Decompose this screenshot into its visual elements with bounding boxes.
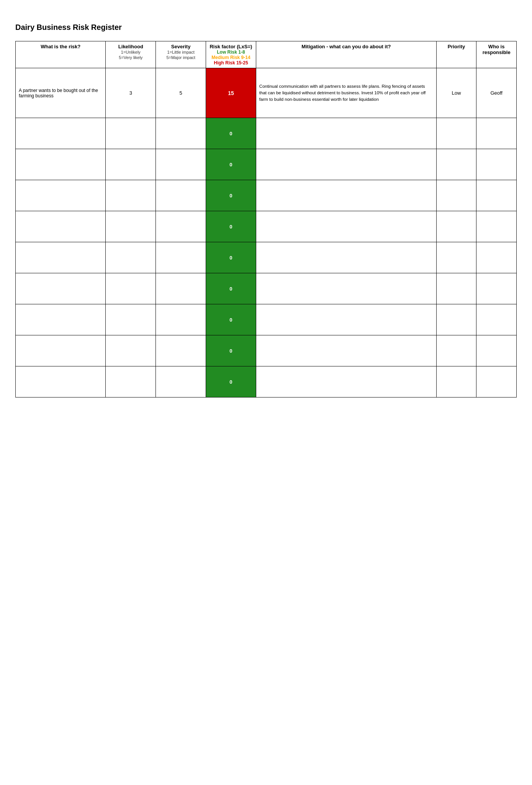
risk-cell <box>16 118 106 149</box>
priority-cell <box>436 273 476 304</box>
likelihood-cell <box>106 242 156 273</box>
likelihood-cell <box>106 335 156 366</box>
risk-cell <box>16 242 106 273</box>
table-body: A partner wants to be bought out of the … <box>16 68 517 397</box>
severity-cell: 5 <box>156 68 206 118</box>
factor-cell: 0 <box>206 242 256 273</box>
likelihood-cell <box>106 366 156 397</box>
severity-cell <box>156 242 206 273</box>
severity-cell <box>156 304 206 335</box>
responsible-cell <box>476 211 517 242</box>
responsible-cell <box>476 273 517 304</box>
low-risk-bar: 0 <box>206 304 256 335</box>
table-row: 0 <box>16 273 517 304</box>
severity-cell <box>156 149 206 180</box>
table-row: A partner wants to be bought out of the … <box>16 68 517 118</box>
header-responsible: Who is responsible <box>476 41 517 68</box>
likelihood-cell <box>106 304 156 335</box>
table-row: 0 <box>16 304 517 335</box>
risk-cell <box>16 304 106 335</box>
risk-cell: A partner wants to be bought out of the … <box>16 68 106 118</box>
priority-cell <box>436 118 476 149</box>
factor-cell: 0 <box>206 118 256 149</box>
risk-cell <box>16 335 106 366</box>
factor-cell: 0 <box>206 273 256 304</box>
table-row: 0 <box>16 180 517 211</box>
risk-cell <box>16 273 106 304</box>
responsible-cell <box>476 242 517 273</box>
header-likelihood: Likelihood 1=Unlikely5=Very likely <box>106 41 156 68</box>
low-risk-bar: 0 <box>206 211 256 242</box>
factor-cell: 0 <box>206 335 256 366</box>
factor-cell: 0 <box>206 149 256 180</box>
table-row: 0 <box>16 149 517 180</box>
severity-cell <box>156 335 206 366</box>
priority-cell <box>436 304 476 335</box>
responsible-cell <box>476 149 517 180</box>
mitigation-cell: Continual communication with all partner… <box>256 68 436 118</box>
likelihood-cell <box>106 211 156 242</box>
likelihood-cell <box>106 118 156 149</box>
priority-cell <box>436 211 476 242</box>
responsible-cell <box>476 304 517 335</box>
table-row: 0 <box>16 211 517 242</box>
mitigation-cell <box>256 335 436 366</box>
priority-cell <box>436 149 476 180</box>
factor-cell: 0 <box>206 211 256 242</box>
mitigation-cell <box>256 242 436 273</box>
low-risk-bar: 0 <box>206 118 256 149</box>
table-row: 0 <box>16 335 517 366</box>
low-risk-bar: 0 <box>206 273 256 304</box>
mitigation-cell <box>256 273 436 304</box>
risk-cell <box>16 180 106 211</box>
risk-cell <box>16 149 106 180</box>
priority-cell: Low <box>436 68 476 118</box>
mitigation-cell <box>256 366 436 397</box>
header-severity: Severity 1=Little impact5=Major impact <box>156 41 206 68</box>
priority-cell <box>436 180 476 211</box>
low-risk-bar: 0 <box>206 366 256 397</box>
severity-cell <box>156 366 206 397</box>
header-risk: What is the risk? <box>16 41 106 68</box>
likelihood-cell <box>106 149 156 180</box>
responsible-cell <box>476 118 517 149</box>
page-title: Dairy Business Risk Register <box>15 23 517 32</box>
mitigation-cell <box>256 180 436 211</box>
severity-cell <box>156 211 206 242</box>
priority-cell <box>436 335 476 366</box>
table-row: 0 <box>16 242 517 273</box>
responsible-cell <box>476 180 517 211</box>
header-factor: Risk factor (LxS=) Low Risk 1-8 Medium R… <box>206 41 256 68</box>
mitigation-cell <box>256 149 436 180</box>
mitigation-cell <box>256 118 436 149</box>
low-risk-bar: 0 <box>206 149 256 180</box>
low-risk-bar: 0 <box>206 242 256 273</box>
likelihood-cell <box>106 273 156 304</box>
likelihood-cell <box>106 180 156 211</box>
mitigation-cell <box>256 304 436 335</box>
risk-cell <box>16 211 106 242</box>
severity-cell <box>156 118 206 149</box>
likelihood-cell: 3 <box>106 68 156 118</box>
table-row: 0 <box>16 366 517 397</box>
risk-register-table: What is the risk? Likelihood 1=Unlikely5… <box>15 41 517 397</box>
responsible-cell: Geoff <box>476 68 517 118</box>
priority-cell <box>436 366 476 397</box>
severity-cell <box>156 180 206 211</box>
low-risk-bar: 0 <box>206 335 256 366</box>
risk-cell <box>16 366 106 397</box>
factor-cell: 0 <box>206 366 256 397</box>
table-row: 0 <box>16 118 517 149</box>
priority-cell <box>436 242 476 273</box>
low-risk-bar: 0 <box>206 180 256 211</box>
header-mitigation: Mitigation - what can you do about it? <box>256 41 436 68</box>
factor-cell: 0 <box>206 180 256 211</box>
header-priority: Priority <box>436 41 476 68</box>
mitigation-cell <box>256 211 436 242</box>
factor-cell: 15 <box>206 68 256 118</box>
responsible-cell <box>476 366 517 397</box>
factor-cell: 0 <box>206 304 256 335</box>
high-risk-bar: 15 <box>206 68 256 118</box>
table-header-row: What is the risk? Likelihood 1=Unlikely5… <box>16 41 517 68</box>
severity-cell <box>156 273 206 304</box>
